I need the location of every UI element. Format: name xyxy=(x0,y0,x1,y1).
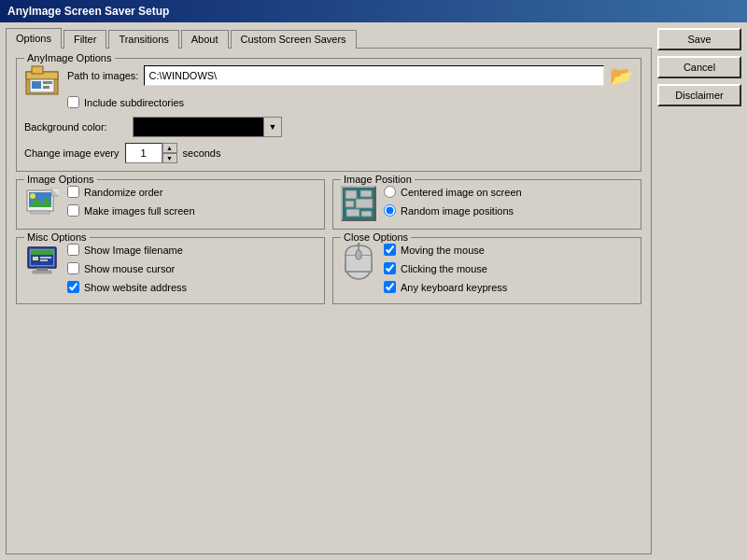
moving-mouse-checkbox[interactable] xyxy=(384,244,396,256)
bg-color-dropdown[interactable]: ▼ xyxy=(133,117,282,137)
bg-color-row: Background color: ▼ xyxy=(24,117,633,137)
svg-rect-2 xyxy=(32,66,43,74)
image-options-icon xyxy=(24,186,60,221)
anyimage-options-group: AnyImage Options xyxy=(16,58,641,172)
svg-rect-16 xyxy=(345,201,354,207)
svg-rect-18 xyxy=(356,199,373,208)
svg-rect-29 xyxy=(40,259,48,261)
tab-bar: Options Filter Transitions About Custom … xyxy=(6,28,652,49)
anyimage-options-label: AnyImage Options xyxy=(24,52,115,63)
disclaimer-button[interactable]: Disclaimer xyxy=(657,84,741,106)
titlebar: AnyImage Screen Saver Setup xyxy=(0,0,747,22)
svg-rect-15 xyxy=(345,190,357,199)
bg-color-label: Background color: xyxy=(24,121,127,133)
close-options-label: Close Options xyxy=(341,231,411,243)
titlebar-title: AnyImage Screen Saver Setup xyxy=(7,5,169,18)
image-position-label: Image Position xyxy=(341,174,415,185)
monitor-icon xyxy=(24,244,60,279)
seconds-label: seconds xyxy=(183,147,221,159)
keyboard-checkbox[interactable] xyxy=(384,281,396,293)
svg-rect-19 xyxy=(346,209,359,217)
tab-transitions[interactable]: Transitions xyxy=(108,30,178,49)
left-panel: Options Filter Transitions About Custom … xyxy=(6,28,652,554)
svg-rect-27 xyxy=(33,257,38,260)
show-filename-label: Show Image filename xyxy=(84,245,183,256)
fullscreen-label: Make images full screen xyxy=(84,205,195,217)
image-interval-spinner: ▲ ▼ xyxy=(125,143,177,163)
color-dropdown-btn[interactable]: ▼ xyxy=(263,117,282,137)
path-input[interactable] xyxy=(144,65,604,86)
spinner-buttons: ▲ ▼ xyxy=(162,143,177,163)
include-subdirs-checkbox[interactable] xyxy=(67,96,79,108)
tab-options[interactable]: Options xyxy=(6,28,62,49)
random-pos-row: Random image positions xyxy=(384,204,522,217)
misc-options-group: Misc Options xyxy=(16,237,325,304)
centered-label: Centered image on screen xyxy=(401,187,522,198)
svg-rect-28 xyxy=(40,257,51,259)
randomize-checkbox[interactable] xyxy=(67,186,79,198)
svg-rect-24 xyxy=(33,271,51,273)
svg-rect-23 xyxy=(36,268,48,271)
color-swatch[interactable] xyxy=(133,117,263,137)
image-options-group: Image Options xyxy=(16,179,325,230)
browse-folder-icon[interactable]: 📂 xyxy=(610,64,633,87)
change-image-row: Change image every ▲ ▼ seconds xyxy=(24,143,633,163)
keyboard-row: Any keyboard keypress xyxy=(384,281,507,293)
right-panel: Save Cancel Disclaimer xyxy=(657,28,741,554)
two-col-section: Image Options xyxy=(16,179,641,230)
path-row: Path to images: 📂 xyxy=(67,64,633,87)
misc-options-label: Misc Options xyxy=(24,231,90,243)
keyboard-label: Any keyboard keypress xyxy=(401,282,507,293)
moving-mouse-label: Moving the mouse xyxy=(401,245,485,256)
path-label: Path to images: xyxy=(67,70,138,81)
include-subdirs-label: Include subdirectories xyxy=(84,97,184,108)
centered-row: Centered image on screen xyxy=(384,186,522,198)
tab-content-options: AnyImage Options xyxy=(6,48,652,554)
svg-rect-26 xyxy=(31,250,53,255)
image-options-label: Image Options xyxy=(24,174,97,185)
image-interval-input[interactable] xyxy=(125,143,162,163)
tab-filter[interactable]: Filter xyxy=(63,30,106,49)
save-button[interactable]: Save xyxy=(657,28,741,50)
svg-rect-11 xyxy=(31,211,49,214)
cancel-button[interactable]: Cancel xyxy=(657,56,741,78)
svg-point-10 xyxy=(30,193,35,199)
moving-mouse-row: Moving the mouse xyxy=(384,244,507,256)
svg-rect-6 xyxy=(43,86,49,89)
show-website-label: Show website address xyxy=(84,282,187,293)
tab-about[interactable]: About xyxy=(181,30,229,49)
fullscreen-checkbox[interactable] xyxy=(67,204,79,217)
random-pos-label: Random image positions xyxy=(401,205,514,217)
show-filename-row: Show Image filename xyxy=(67,244,187,256)
show-website-checkbox[interactable] xyxy=(67,281,79,293)
clicking-mouse-checkbox[interactable] xyxy=(384,262,396,274)
show-website-row: Show website address xyxy=(67,281,187,293)
fullscreen-row: Make images full screen xyxy=(67,204,195,217)
mouse-icon xyxy=(341,244,376,279)
svg-rect-5 xyxy=(43,81,52,84)
svg-rect-4 xyxy=(32,81,41,89)
random-pos-radio[interactable] xyxy=(384,204,396,217)
spinner-up-btn[interactable]: ▲ xyxy=(162,143,177,153)
show-cursor-checkbox[interactable] xyxy=(67,262,79,274)
clicking-mouse-label: Clicking the mouse xyxy=(401,263,487,274)
anyimage-icon xyxy=(24,64,60,100)
svg-rect-20 xyxy=(361,211,372,217)
spinner-down-btn[interactable]: ▼ xyxy=(162,153,177,163)
clicking-mouse-row: Clicking the mouse xyxy=(384,262,507,274)
image-position-group: Image Position xyxy=(332,179,641,230)
misc-close-section: Misc Options xyxy=(16,237,641,304)
show-cursor-row: Show mouse cursor xyxy=(67,262,187,274)
svg-rect-17 xyxy=(360,190,372,197)
close-options-group: Close Options xyxy=(332,237,641,304)
show-filename-checkbox[interactable] xyxy=(67,244,79,256)
image-position-icon xyxy=(341,186,376,221)
tab-custom-screen-savers[interactable]: Custom Screen Savers xyxy=(231,30,357,49)
change-image-label: Change image every xyxy=(24,147,120,159)
show-cursor-label: Show mouse cursor xyxy=(84,263,175,274)
randomize-row: Randomize order xyxy=(67,186,195,198)
centered-radio[interactable] xyxy=(384,186,396,198)
include-subdirs-row: Include subdirectories xyxy=(67,96,633,108)
randomize-label: Randomize order xyxy=(84,187,162,198)
svg-rect-33 xyxy=(356,250,361,259)
